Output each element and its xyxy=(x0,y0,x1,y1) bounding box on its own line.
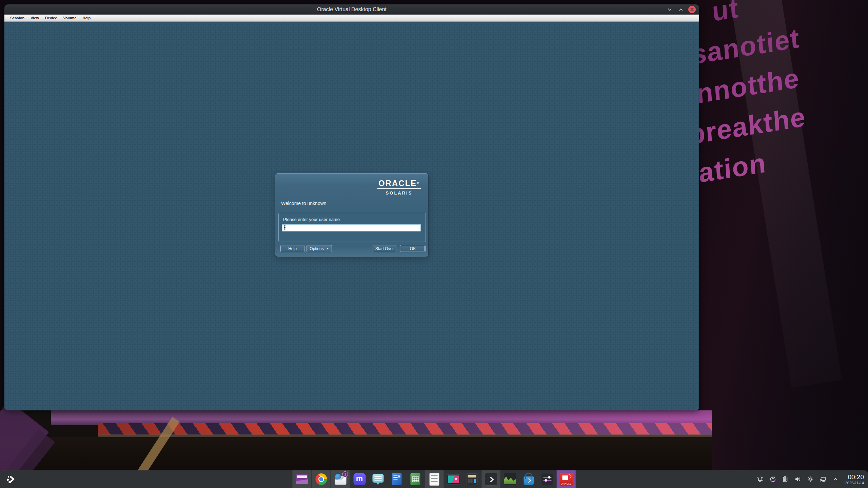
solaris-session-desktop: ORACLE® SOLARIS Welcome to unknown Pleas… xyxy=(4,22,699,410)
solaris-wordmark: SOLARIS xyxy=(377,190,421,196)
spreadsheet-icon xyxy=(411,473,420,485)
taskbar-app-store[interactable] xyxy=(519,470,538,488)
taskbar-app-system-monitor[interactable] xyxy=(501,470,519,488)
taskbar-app-settings[interactable] xyxy=(538,470,557,488)
menu-device[interactable]: Device xyxy=(42,15,60,21)
taskbar-app-spreadsheet[interactable] xyxy=(406,470,425,488)
calculator-keys xyxy=(468,479,473,483)
writer-document-icon xyxy=(392,473,402,485)
text-document-icon xyxy=(430,473,439,486)
chrome-icon xyxy=(315,473,327,485)
maximize-icon[interactable] xyxy=(677,6,685,13)
graffiti-text-block: ut esanotiet cannotthe mbreakthe orratio… xyxy=(695,0,812,237)
dropdown-arrow-icon xyxy=(326,248,329,249)
start-over-button[interactable]: Start Over xyxy=(373,245,396,252)
app-launcher-button[interactable] xyxy=(3,473,18,486)
text-cursor-icon xyxy=(283,225,287,230)
taskbar-app-mastodon[interactable]: m xyxy=(350,470,369,488)
display-connect-icon[interactable] xyxy=(819,475,827,483)
menubar: Session View Device Volume Help xyxy=(4,15,699,22)
taskbar-app-chrome[interactable] xyxy=(312,470,331,488)
oracle-solaris-logo: ORACLE® SOLARIS xyxy=(377,180,421,196)
chat-bubble-icon xyxy=(373,474,384,483)
ok-button[interactable]: OK xyxy=(400,245,426,252)
hazard-stripes xyxy=(98,423,712,435)
menu-help[interactable]: Help xyxy=(79,15,94,21)
options-button[interactable]: Options xyxy=(307,245,332,252)
minimize-icon[interactable] xyxy=(666,6,673,13)
taskbar-app-file-manager[interactable] xyxy=(292,470,312,488)
taskbar-app-chat[interactable] xyxy=(369,470,388,488)
menu-view[interactable]: View xyxy=(27,15,42,21)
clock-date: 2025-11-14 xyxy=(845,481,864,485)
oracle-wordmark: ORACLE® xyxy=(377,180,421,187)
mail-icon xyxy=(335,476,346,485)
system-monitor-icon xyxy=(504,473,516,485)
login-dialog: ORACLE® SOLARIS Welcome to unknown Pleas… xyxy=(275,173,428,257)
desktop: ut esanotiet cannotthe mbreakthe orratio… xyxy=(0,0,868,488)
oracle-vdc-window: Oracle Virtual Desktop Client Session Vi… xyxy=(4,4,699,410)
app-store-bag-icon xyxy=(524,476,534,485)
taskbar-app-calculator[interactable] xyxy=(463,470,481,488)
taskbar-app-text-editor[interactable] xyxy=(425,470,444,488)
logo-divider xyxy=(377,188,421,189)
taskbar-app-media[interactable] xyxy=(444,470,463,488)
close-icon[interactable] xyxy=(688,6,696,13)
wallpaper-graffiti: ut esanotiet cannotthe mbreakthe orratio… xyxy=(695,0,868,488)
taskbar-app-writer[interactable] xyxy=(388,470,406,488)
username-group: Please enter your user name xyxy=(278,213,426,242)
mastodon-icon: m xyxy=(353,473,366,485)
clock[interactable]: 00:20 2025-11-14 xyxy=(845,474,864,485)
taskbar-apps: 1 m ORACLE xyxy=(292,470,576,488)
menu-session[interactable]: Session xyxy=(7,15,27,21)
username-input[interactable] xyxy=(282,224,421,231)
taskbar-app-terminal[interactable] xyxy=(481,470,501,488)
menu-volume[interactable]: Volume xyxy=(60,15,80,21)
software-updates-icon[interactable] xyxy=(769,475,777,483)
media-display-icon xyxy=(447,474,460,485)
notifications-icon[interactable] xyxy=(756,475,764,483)
volume-icon[interactable] xyxy=(794,475,802,483)
unread-count-badge: 1 xyxy=(342,471,348,477)
folder-icon xyxy=(296,474,308,484)
taskbar-app-oracle-vdc[interactable]: ORACLE xyxy=(557,470,576,488)
registered-mark: ® xyxy=(417,182,420,185)
app-launcher-icon xyxy=(6,474,16,484)
window-title: Oracle Virtual Desktop Client xyxy=(4,4,699,15)
chevron-up-icon[interactable] xyxy=(831,475,840,483)
clipboard-icon[interactable] xyxy=(781,475,789,483)
oracle-vdc-icon-label: ORACLE xyxy=(560,483,573,485)
window-controls xyxy=(666,4,696,15)
help-button[interactable]: Help xyxy=(280,245,304,252)
taskbar-app-mail[interactable]: 1 xyxy=(331,470,350,488)
system-tray: 00:20 2025-11-14 xyxy=(756,470,864,488)
welcome-text: Welcome to unknown xyxy=(281,201,327,206)
taskbar: 1 m ORACLE xyxy=(0,470,868,488)
clock-time: 00:20 xyxy=(845,474,864,480)
brightness-icon[interactable] xyxy=(806,475,814,483)
terminal-icon xyxy=(485,473,497,486)
username-label: Please enter your user name xyxy=(283,217,340,222)
calculator-icon xyxy=(466,473,478,485)
username-field-wrap xyxy=(282,224,421,231)
titlebar[interactable]: Oracle Virtual Desktop Client xyxy=(4,4,699,15)
oracle-vdc-icon: ORACLE xyxy=(560,473,573,486)
settings-sliders-icon xyxy=(541,473,554,485)
